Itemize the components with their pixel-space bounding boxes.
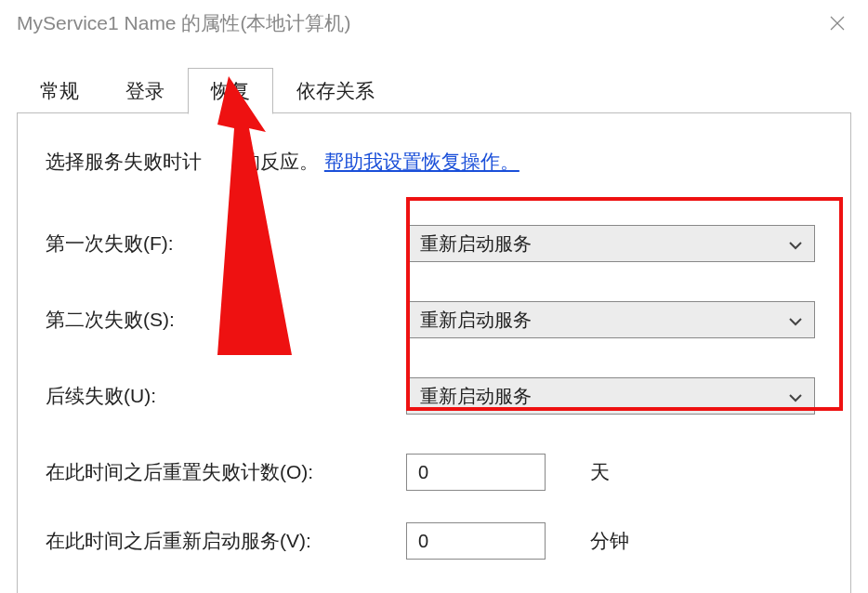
chevron-down-icon xyxy=(788,310,803,331)
unit-days: 天 xyxy=(590,459,610,485)
help-link[interactable]: 帮助我设置恢复操作。 xyxy=(324,151,519,172)
close-button[interactable] xyxy=(823,9,851,37)
tab-dependencies[interactable]: 依存关系 xyxy=(273,68,398,114)
combo-first-failure[interactable]: 重新启动服务 xyxy=(406,225,815,262)
label-second-failure: 第二次失败(S): xyxy=(46,307,406,333)
chevron-down-icon xyxy=(788,386,803,407)
unit-minutes: 分钟 xyxy=(590,528,629,554)
tab-recovery[interactable]: 恢复 xyxy=(188,68,273,114)
combo-subsequent-failures-value: 重新启动服务 xyxy=(420,384,532,409)
label-first-failure: 第一次失败(F): xyxy=(46,231,406,257)
combo-subsequent-failures[interactable]: 重新启动服务 xyxy=(406,377,815,415)
tab-logon[interactable]: 登录 xyxy=(102,68,188,114)
tab-general[interactable]: 常规 xyxy=(17,68,102,114)
combo-second-failure-value: 重新启动服务 xyxy=(420,308,532,333)
tab-panel-recovery: 选择服务失败时计算机的反应。 帮助我设置恢复操作。 第一次失败(F): 重新启动… xyxy=(17,112,851,593)
input-reset-days[interactable]: 0 xyxy=(406,454,546,491)
label-reset-fail-count: 在此时间之后重置失败计数(O): xyxy=(46,459,406,485)
chevron-down-icon xyxy=(788,233,803,255)
input-restart-minutes[interactable]: 0 xyxy=(406,522,546,560)
combo-first-failure-value: 重新启动服务 xyxy=(420,231,532,257)
intro-text: 选择服务失败时计算机的反应。 帮助我设置恢复操作。 xyxy=(46,149,822,175)
tab-bar: 常规 登录 恢复 依存关系 xyxy=(0,67,868,113)
window-title: MyService1 Name 的属性(本地计算机) xyxy=(17,10,350,36)
label-restart-after: 在此时间之后重新启动服务(V): xyxy=(46,528,406,554)
intro-prefix: 选择服务失败时计 xyxy=(46,151,202,172)
combo-second-failure[interactable]: 重新启动服务 xyxy=(406,301,815,338)
intro-suffix: 的反应。 xyxy=(241,151,319,172)
label-subsequent-failures: 后续失败(U): xyxy=(46,383,406,409)
close-icon xyxy=(830,16,845,31)
